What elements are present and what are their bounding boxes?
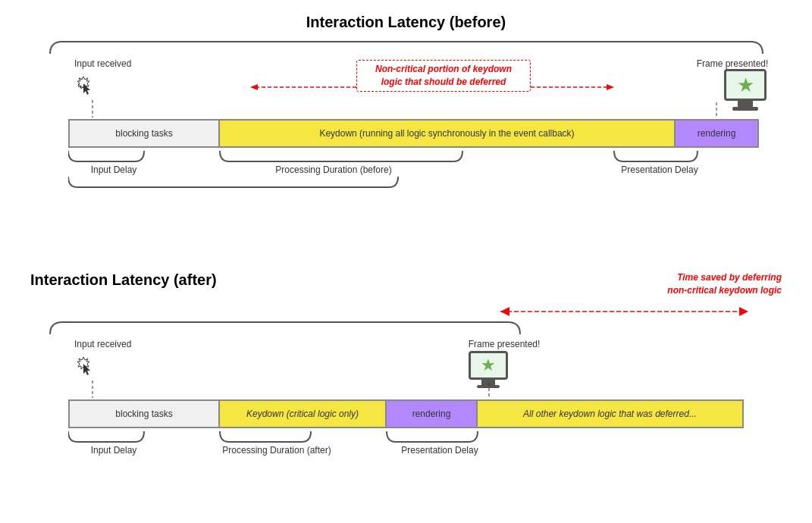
top-blocking-bar: blocking tasks: [68, 119, 220, 148]
bottom-blocking-bar: blocking tasks: [68, 399, 220, 428]
top-presentation-delay-label: Presentation Delay: [607, 164, 713, 175]
svg-marker-10: [607, 84, 614, 90]
bottom-time-saved-label: Time saved by deferring non-critical key…: [667, 271, 782, 297]
bottom-section-title: Interaction Latency (after): [30, 271, 217, 289]
top-keydown-bar: Keydown (running all logic synchronously…: [220, 119, 676, 148]
bottom-rendering-bar: rendering: [387, 399, 478, 428]
top-section-title: Interaction Latency (before): [30, 14, 782, 31]
bottom-time-saved-arrow: [30, 295, 758, 318]
top-rendering-bar: rendering: [676, 119, 759, 148]
top-input-delay-label: Input Delay: [76, 164, 152, 175]
bottom-monitor-dashed-line: [30, 339, 758, 399]
top-processing-label: Processing Duration (before): [250, 164, 417, 175]
bottom-keydown-bar: Keydown (critical logic only): [220, 399, 387, 428]
svg-marker-8: [250, 84, 258, 90]
bottom-main-brace: [42, 318, 770, 339]
bottom-processing-label: Processing Duration (after): [216, 445, 337, 456]
top-red-dashed-arrows: [30, 58, 758, 119]
bottom-deferred-bar: All other keydown logic that was deferre…: [478, 399, 744, 428]
top-main-brace: [42, 37, 770, 58]
bottom-input-delay-label: Input Delay: [76, 445, 152, 456]
bottom-presentation-delay-label: Presentation Delay: [383, 445, 497, 456]
